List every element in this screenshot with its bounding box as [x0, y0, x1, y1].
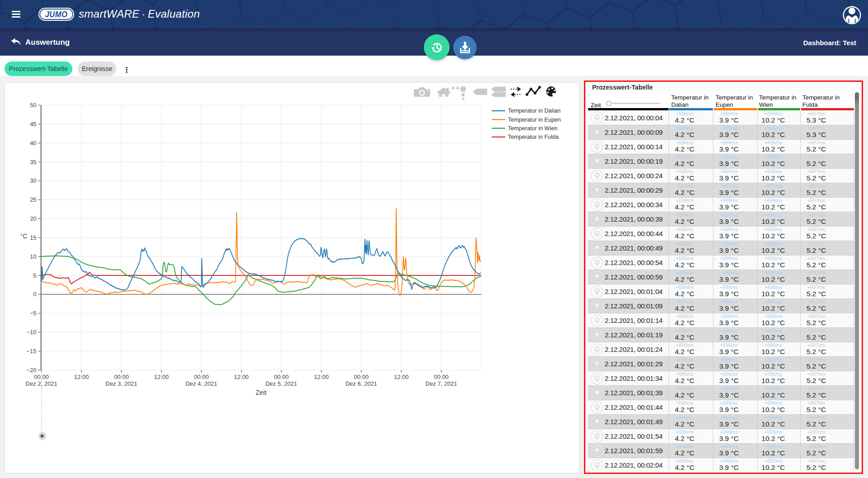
svg-text:0: 0 — [33, 291, 36, 298]
svg-text:Zeit: Zeit — [256, 389, 266, 396]
svg-text:Temperatur in Wien: Temperatur in Wien — [508, 125, 557, 132]
svg-text:12:00: 12:00 — [314, 374, 329, 380]
svg-text:−15: −15 — [27, 348, 37, 355]
svg-text:Dez 4, 2021: Dez 4, 2021 — [185, 380, 217, 387]
svg-text:12:00: 12:00 — [154, 374, 169, 380]
svg-text:−5: −5 — [30, 310, 37, 317]
svg-text:12:00: 12:00 — [394, 374, 409, 380]
svg-text:45: 45 — [30, 121, 36, 128]
svg-text:°C: °C — [20, 232, 28, 240]
svg-text:Temperatur in Dalian: Temperatur in Dalian — [508, 108, 560, 114]
svg-text:30: 30 — [30, 177, 36, 184]
svg-text:25: 25 — [30, 196, 36, 203]
svg-text:Dez 3, 2021: Dez 3, 2021 — [105, 380, 137, 387]
svg-text:Temperatur in Fulda: Temperatur in Fulda — [508, 134, 559, 140]
svg-text:15: 15 — [30, 234, 36, 241]
svg-text:Dez 7, 2021: Dez 7, 2021 — [426, 380, 457, 387]
svg-text:−10: −10 — [27, 329, 37, 336]
svg-text:35: 35 — [30, 159, 36, 166]
svg-text:Dez 6, 2021: Dez 6, 2021 — [346, 380, 377, 387]
svg-text:00:00: 00:00 — [114, 374, 129, 380]
svg-text:00:00: 00:00 — [354, 374, 369, 380]
svg-text:10: 10 — [30, 253, 36, 260]
svg-text:Dez 5, 2021: Dez 5, 2021 — [266, 380, 297, 387]
svg-text:5: 5 — [33, 272, 36, 279]
svg-text:Temperatur in Eupen: Temperatur in Eupen — [508, 117, 561, 123]
svg-text:40: 40 — [30, 140, 36, 147]
svg-text:−20: −20 — [27, 367, 37, 374]
svg-text:00:00: 00:00 — [434, 374, 449, 380]
svg-text:00:00: 00:00 — [194, 374, 209, 380]
svg-text:20: 20 — [30, 215, 36, 222]
svg-text:12:00: 12:00 — [234, 374, 249, 380]
svg-text:12:00: 12:00 — [74, 374, 89, 380]
svg-text:00:00: 00:00 — [274, 374, 289, 380]
svg-text:50: 50 — [30, 102, 36, 109]
